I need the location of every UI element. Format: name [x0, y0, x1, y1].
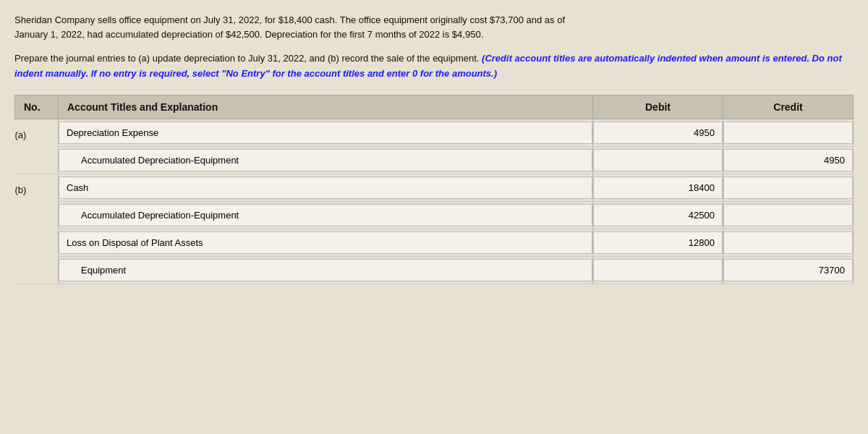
account-cell-1-0[interactable] [59, 174, 593, 201]
debit-input-0-1[interactable] [593, 149, 723, 171]
credit-input-0-1[interactable] [723, 149, 853, 171]
account-input-1-2[interactable] [59, 231, 592, 254]
debit-cell-0-0[interactable] [593, 119, 723, 146]
account-input-1-3[interactable] [59, 259, 592, 281]
credit-cell-1-3[interactable] [723, 256, 854, 284]
account-cell-0-1[interactable] [59, 146, 593, 174]
row-no-0-0: (a) [15, 119, 59, 174]
credit-input-1-0[interactable] [723, 176, 853, 199]
debit-cell-1-0[interactable] [593, 174, 723, 201]
journal-table: No. Account Titles and Explanation Debit… [14, 95, 854, 284]
account-cell-1-1[interactable] [59, 201, 593, 229]
account-input-0-1[interactable] [59, 149, 592, 171]
row-no-1-0: (b) [15, 174, 59, 284]
credit-cell-1-2[interactable] [723, 229, 854, 256]
header-account: Account Titles and Explanation [59, 95, 593, 119]
account-cell-0-0[interactable] [59, 119, 593, 146]
debit-cell-1-3[interactable] [593, 256, 723, 284]
debit-input-1-1[interactable] [593, 204, 723, 226]
debit-input-1-0[interactable] [593, 176, 723, 199]
instructions-main: Prepare the journal entries to (a) updat… [14, 53, 479, 64]
header-credit: Credit [723, 95, 854, 119]
credit-cell-0-0[interactable] [723, 119, 854, 146]
debit-input-0-0[interactable] [593, 122, 723, 144]
account-cell-1-2[interactable] [59, 229, 593, 256]
intro-line2: January 1, 2022, had accumulated depreci… [14, 29, 483, 40]
credit-cell-0-1[interactable] [723, 146, 854, 174]
header-no: No. [15, 95, 59, 119]
credit-input-1-3[interactable] [723, 259, 853, 281]
credit-cell-1-0[interactable] [723, 174, 854, 201]
account-input-1-0[interactable] [59, 176, 592, 199]
debit-cell-0-1[interactable] [593, 146, 723, 174]
credit-input-1-1[interactable] [723, 204, 853, 226]
credit-input-1-2[interactable] [723, 231, 853, 254]
intro-line1: Sheridan Company sells office equipment … [14, 14, 565, 25]
credit-cell-1-1[interactable] [723, 201, 854, 229]
account-input-0-0[interactable] [59, 122, 592, 144]
debit-cell-1-1[interactable] [593, 201, 723, 229]
debit-input-1-2[interactable] [593, 231, 723, 254]
debit-cell-1-2[interactable] [593, 229, 723, 256]
credit-input-0-0[interactable] [723, 122, 853, 144]
account-cell-1-3[interactable] [59, 256, 593, 284]
intro-paragraph: Sheridan Company sells office equipment … [14, 13, 854, 41]
debit-input-1-3[interactable] [593, 259, 723, 281]
instructions-paragraph: Prepare the journal entries to (a) updat… [14, 51, 854, 82]
header-debit: Debit [593, 95, 723, 119]
account-input-1-1[interactable] [59, 204, 592, 226]
